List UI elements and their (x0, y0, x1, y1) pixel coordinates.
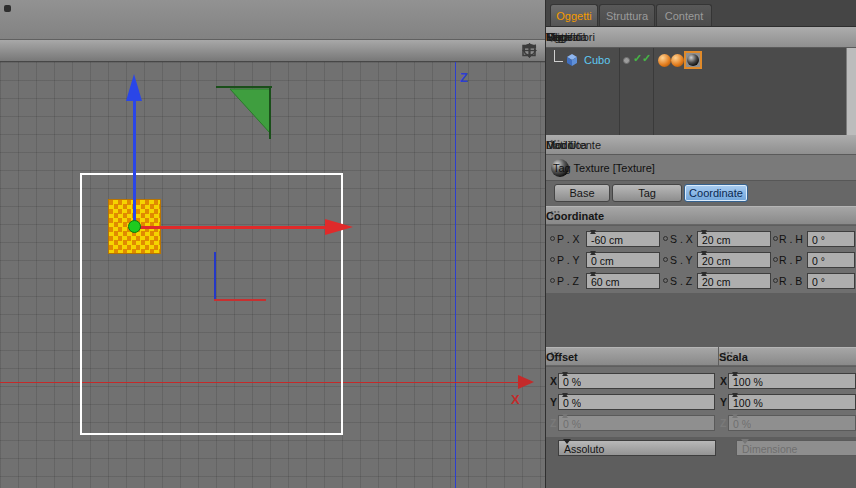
mode-select[interactable]: Assoluto (558, 440, 716, 456)
tab-struttura[interactable]: Struttura (599, 4, 655, 26)
texture-gizmo-x-arrow[interactable] (325, 219, 353, 235)
axis-label: Y (720, 396, 727, 408)
texture-projection-triangle (216, 82, 274, 140)
texture-gizmo-y-line (133, 100, 136, 224)
menu-dati-utente[interactable]: Dati Utente (546, 139, 601, 151)
material-sphere-icon (687, 54, 699, 66)
enabled-check-icon[interactable]: ✓ (642, 52, 651, 65)
texture-tag-selected[interactable] (684, 51, 702, 69)
param-label: P . Y (557, 254, 579, 266)
object-name[interactable]: Cubo (584, 54, 610, 66)
coordinate-rows: P . X -60 cm S . X 20 cm R . H 0 ° P . Y (546, 226, 856, 293)
axis-label: Z (550, 417, 556, 429)
menu-segnalibri[interactable]: Segnalibri (546, 31, 595, 43)
texture-tag-icon[interactable] (671, 54, 684, 67)
param-label: S . X (670, 233, 693, 245)
axis-label: Z (720, 417, 726, 429)
world-axis-z-line (455, 62, 456, 488)
section-title: Scala (719, 351, 748, 363)
offset-y-field[interactable]: 0 % (558, 394, 715, 410)
keyframe-dot-icon[interactable] (550, 257, 555, 262)
axis-x-label: X (511, 392, 520, 407)
chevron-down-icon (563, 439, 571, 444)
offset-section-header[interactable]: Offset (546, 347, 718, 366)
coordinate-row: P . Y 0 cm S . Y 20 cm R . P 0 ° (546, 251, 856, 269)
tab-content[interactable]: Content (656, 4, 712, 26)
keyframe-dot-icon[interactable] (663, 257, 668, 262)
rp-field[interactable]: 0 ° (807, 252, 855, 268)
py-field[interactable]: 0 cm (586, 252, 660, 268)
object-axis-x-line (214, 299, 266, 301)
texture-tag-icon[interactable] (658, 54, 671, 67)
hierarchy-branch-line (554, 50, 563, 62)
viewport[interactable]: Z X (0, 62, 545, 488)
tab-tag[interactable]: Tag (612, 184, 682, 202)
maximize-view-icon[interactable] (521, 43, 537, 58)
keyframe-dot-icon[interactable] (663, 236, 668, 241)
keyframe-dot-icon[interactable] (773, 257, 778, 262)
object-manager-menubar: File Modifica Vista Oggetti Tag Segnalib… (546, 27, 856, 48)
coordinate-row: P . X -60 cm S . X 20 cm R . H 0 ° (546, 230, 856, 248)
keyframe-dot-icon[interactable] (773, 236, 778, 241)
sx-field[interactable]: 20 cm (697, 231, 771, 247)
keyframe-dot-icon[interactable] (550, 278, 555, 283)
mapping-dropdown-row: Assoluto Dimensione (546, 437, 856, 459)
axis-label: X (720, 375, 727, 387)
column-divider (619, 48, 620, 135)
tab-base[interactable]: Base (554, 184, 610, 202)
mapping-row-disabled: Z 0 % Z 0 % (546, 414, 856, 432)
mapping-rows: X 0 % X 100 % Y 0 % Y 100 % (546, 367, 856, 437)
offset-x-field[interactable]: 0 % (558, 373, 715, 389)
param-label: P . Z (557, 275, 579, 287)
tab-oggetti[interactable]: Oggetti (550, 4, 598, 26)
cinema4d-window: Z X Oggetti Struttura Content File (0, 0, 856, 488)
attribute-title-row: Tag Texture [Texture] (546, 155, 856, 181)
axis-z-label: Z (460, 70, 468, 85)
scale-x-field[interactable]: 100 % (728, 373, 856, 389)
px-field[interactable]: -60 cm (586, 231, 660, 247)
toolbar-dot (4, 5, 11, 12)
world-axis-x-arrowhead (518, 375, 534, 389)
keyframe-dot-icon[interactable] (773, 278, 778, 283)
mapping-row: Y 0 % Y 100 % (546, 393, 856, 411)
manager-tabbar: Oggetti Struttura Content (546, 0, 856, 27)
object-manager[interactable]: Cubo ✓ ✓ (546, 48, 856, 135)
scale-z-field: 0 % (728, 415, 856, 431)
texture-gizmo-y-arrow[interactable] (126, 74, 142, 101)
attribute-tabs: Base Tag Coordinate (546, 181, 856, 206)
texture-gizmo-center-handle[interactable] (128, 220, 141, 233)
attribute-manager-menubar: Modo Modifica Dati Utente (546, 135, 856, 155)
coordinate-row: P . Z 60 cm S . Z 20 cm R . B 0 ° (546, 272, 856, 290)
sz-field[interactable]: 20 cm (697, 273, 771, 289)
scale-y-field[interactable]: 100 % (728, 394, 856, 410)
param-label: R . H (779, 233, 803, 245)
mapping-row: X 0 % X 100 % (546, 372, 856, 390)
rh-field[interactable]: 0 ° (807, 231, 855, 247)
size-select-disabled: Dimensione (736, 440, 856, 456)
visibility-dot-icon[interactable] (623, 57, 630, 64)
sy-field[interactable]: 20 cm (697, 252, 771, 268)
object-manager-scrollbar[interactable] (846, 48, 856, 135)
right-panel: Oggetti Struttura Content File Modifica … (545, 0, 856, 488)
rb-field[interactable]: 0 ° (807, 273, 855, 289)
axis-label: X (550, 375, 557, 387)
scala-section-header[interactable]: Scala (719, 347, 856, 366)
offset-z-field: 0 % (558, 415, 715, 431)
column-divider (653, 48, 654, 135)
cube-object-icon[interactable] (564, 52, 580, 68)
coordinate-section-header[interactable]: Coordinate (546, 206, 856, 225)
section-title: Coordinate (546, 210, 604, 222)
pz-field[interactable]: 60 cm (586, 273, 660, 289)
chevron-down-icon (741, 439, 749, 444)
attribute-title: Tag Texture [Texture] (553, 162, 655, 174)
axis-label: Y (550, 396, 557, 408)
param-label: S . Z (670, 275, 692, 287)
keyframe-dot-icon[interactable] (550, 236, 555, 241)
object-axis-y-line (214, 252, 216, 300)
enabled-check-icon[interactable]: ✓ (633, 52, 642, 65)
keyframe-dot-icon[interactable] (663, 278, 668, 283)
param-label: S . Y (670, 254, 693, 266)
texture-gizmo-x-line (140, 226, 326, 229)
tab-coordinate[interactable]: Coordinate (684, 184, 748, 202)
param-label: P . X (557, 233, 580, 245)
